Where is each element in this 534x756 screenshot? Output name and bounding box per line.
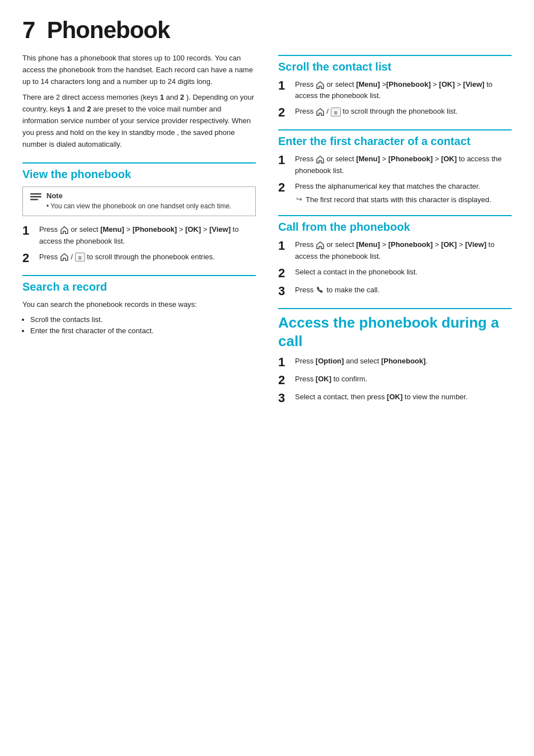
step-1-scroll: 1 Press or select [Menu] >[Phonebook] > … bbox=[278, 79, 512, 101]
step-number-2: 2 bbox=[278, 106, 291, 119]
section-heading-scroll: Scroll the contact list bbox=[278, 55, 512, 73]
step-number-2: 2 bbox=[22, 251, 35, 265]
nav-up-icon bbox=[60, 253, 69, 262]
page-footer: 18 EN bbox=[22, 753, 512, 756]
chapter-title: Phonebook bbox=[47, 17, 170, 43]
nav-icon-2: ≡ bbox=[331, 108, 341, 116]
step-text-2-char: Press the alphanumerical key that matche… bbox=[295, 182, 480, 190]
step-number-2: 2 bbox=[278, 267, 291, 280]
section-call-phonebook: Call from the phonebook 1 Press or selec… bbox=[278, 215, 512, 298]
step-1-view: 1 Press or select [Menu] > [Phonebook] >… bbox=[22, 224, 256, 246]
step-number-2: 2 bbox=[278, 374, 291, 387]
step-1-char: 1 Press or select [Menu] > [Phonebook] >… bbox=[278, 153, 512, 176]
note-text: • You can view the phonebook on one hand… bbox=[46, 201, 231, 211]
section-heading-view-phonebook: View the phonebook bbox=[22, 162, 256, 181]
step-2-call: 2 Select a contact in the phonebook list… bbox=[278, 267, 512, 280]
step-1-call: 1 Press or select [Menu] > [Phonebook] >… bbox=[278, 239, 512, 262]
step-number-1: 1 bbox=[22, 224, 35, 237]
call-icon bbox=[316, 286, 325, 295]
step-text-1: Press or select [Menu] > [Phonebook] > [… bbox=[39, 224, 256, 246]
step-number-1: 1 bbox=[278, 356, 291, 369]
svg-rect-0 bbox=[30, 193, 41, 195]
search-bullets: Scroll the contacts list. Enter the firs… bbox=[30, 314, 256, 338]
section-heading-search: Search a record bbox=[22, 275, 256, 293]
note-icon bbox=[30, 192, 42, 202]
step-1-access: 1 Press [Option] and select [Phonebook]. bbox=[278, 356, 512, 369]
step-number-2: 2 bbox=[278, 181, 291, 194]
section-heading-call: Call from the phonebook bbox=[278, 215, 512, 234]
step-2-view: 2 Press / ≡ to scroll through the phoneb… bbox=[22, 251, 256, 265]
step-2-char: 2 Press the alphanumerical key that matc… bbox=[278, 181, 512, 206]
left-column: This phone has a phonebook that stores u… bbox=[22, 53, 256, 753]
search-intro: You can search the phonebook records in … bbox=[22, 299, 256, 311]
nav-up-2 bbox=[316, 108, 325, 116]
step-2-access: 2 Press [OK] to confirm. bbox=[278, 374, 512, 387]
step-text-1-char: Press or select [Menu] > [Phonebook] > [… bbox=[295, 153, 512, 176]
step-text-2-access: Press [OK] to confirm. bbox=[295, 374, 512, 385]
bullet-char: Enter the first character of the contact… bbox=[30, 325, 256, 337]
step-3-call: 3 Press to make the call. bbox=[278, 284, 512, 298]
step-2-scroll: 2 Press / ≡ to scroll through the phoneb… bbox=[278, 106, 512, 119]
svg-rect-2 bbox=[30, 199, 38, 200]
section-view-phonebook: View the phonebook Note • bbox=[22, 162, 256, 264]
sub-result-char: ↪ The first record that starts with this… bbox=[296, 194, 512, 206]
step-text-3-call: Press to make the call. bbox=[295, 284, 512, 296]
bullet-scroll: Scroll the contacts list. bbox=[30, 314, 256, 326]
section-access-during-call: Access the phonebook during a call 1 Pre… bbox=[278, 308, 512, 405]
step-text-1-call: Press or select [Menu] > [Phonebook] > [… bbox=[295, 239, 512, 262]
home-icon bbox=[60, 226, 69, 235]
step-text-2-call: Select a contact in the phonebook list. bbox=[295, 267, 512, 278]
note-box: Note • You can view the phonebook on one… bbox=[22, 186, 256, 216]
section-first-char: Enter the first character of a contact 1… bbox=[278, 129, 512, 205]
note-label: Note bbox=[46, 192, 63, 200]
step-number-1: 1 bbox=[278, 239, 291, 253]
section-scroll-contact: Scroll the contact list 1 Press or selec… bbox=[278, 55, 512, 119]
home-icon-3 bbox=[316, 155, 325, 164]
section-heading-access: Access the phonebook during a call bbox=[278, 308, 512, 350]
step-number-3: 3 bbox=[278, 391, 291, 405]
chapter-number: 7 bbox=[22, 17, 35, 43]
intro-paragraph: This phone has a phonebook that stores u… bbox=[22, 53, 256, 150]
nav-icon: ≡ bbox=[75, 253, 85, 262]
section-search-record: Search a record You can search the phone… bbox=[22, 275, 256, 337]
step-number-1: 1 bbox=[278, 79, 291, 92]
step-text-1-scroll: Press or select [Menu] >[Phonebook] > [O… bbox=[295, 79, 512, 101]
arrow-icon: ↪ bbox=[296, 195, 302, 203]
step-text-3-access: Select a contact, then press [OK] to vie… bbox=[295, 391, 512, 403]
home-icon-2 bbox=[316, 81, 325, 90]
step-number-1: 1 bbox=[278, 153, 291, 167]
sub-result-text-char: The first record that starts with this c… bbox=[306, 194, 491, 206]
step-text-2: Press / ≡ to scroll through the phoneboo… bbox=[39, 251, 256, 263]
svg-rect-1 bbox=[30, 196, 41, 198]
home-icon-4 bbox=[316, 241, 325, 250]
step-text-2-scroll: Press / ≡ to scroll through the phoneboo… bbox=[295, 106, 512, 117]
step-text-1-access: Press [Option] and select [Phonebook]. bbox=[295, 356, 512, 367]
step-3-access: 3 Select a contact, then press [OK] to v… bbox=[278, 391, 512, 405]
step-number-3: 3 bbox=[278, 284, 291, 298]
section-heading-first-char: Enter the first character of a contact bbox=[278, 129, 512, 148]
right-column: Scroll the contact list 1 Press or selec… bbox=[278, 53, 512, 753]
chapter-heading: 7 Phonebook bbox=[22, 17, 512, 44]
